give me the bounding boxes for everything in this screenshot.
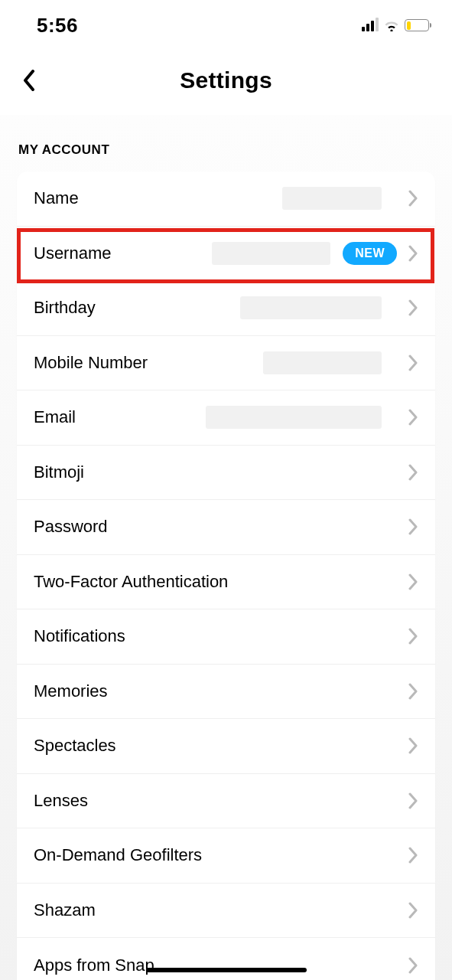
page-title: Settings: [180, 67, 272, 93]
row-name[interactable]: Name: [17, 172, 435, 227]
row-label: On-Demand Geofilters: [34, 845, 202, 865]
row-value-redacted: [263, 351, 382, 374]
row-label: Shazam: [34, 900, 96, 920]
chevron-right-icon: [405, 683, 421, 700]
chevron-left-icon: [22, 70, 36, 91]
status-bar: 5:56: [0, 0, 452, 46]
row-username[interactable]: Username NEW: [17, 227, 435, 282]
row-label: Username: [34, 243, 111, 263]
chevron-right-icon: [405, 737, 421, 754]
row-two-factor-auth[interactable]: Two-Factor Authentication: [17, 555, 435, 610]
row-email[interactable]: Email: [17, 390, 435, 446]
chevron-right-icon: [405, 957, 421, 974]
row-spectacles[interactable]: Spectacles: [17, 719, 435, 774]
battery-icon: [405, 19, 429, 31]
row-shazam[interactable]: Shazam: [17, 884, 435, 939]
row-apps-from-snap[interactable]: Apps from Snap: [17, 938, 435, 980]
row-value-redacted: [240, 296, 382, 319]
row-label: Two-Factor Authentication: [34, 572, 228, 592]
section-label-my-account: MY ACCOUNT: [0, 115, 452, 172]
new-badge: NEW: [343, 242, 397, 265]
chevron-right-icon: [405, 245, 421, 262]
status-time: 5:56: [37, 14, 78, 38]
row-label: Memories: [34, 681, 108, 701]
chevron-right-icon: [405, 409, 421, 426]
row-password[interactable]: Password: [17, 500, 435, 555]
settings-content: MY ACCOUNT Name Username NEW Birthday: [0, 115, 452, 980]
chevron-right-icon: [405, 902, 421, 919]
row-value-redacted: [212, 242, 330, 265]
row-bitmoji[interactable]: Bitmoji: [17, 446, 435, 501]
chevron-right-icon: [405, 573, 421, 590]
chevron-right-icon: [405, 464, 421, 481]
row-value-redacted: [282, 187, 382, 210]
row-label: Spectacles: [34, 736, 116, 756]
row-label: Apps from Snap: [34, 956, 154, 975]
row-label: Email: [34, 407, 76, 427]
row-memories[interactable]: Memories: [17, 665, 435, 720]
row-lenses[interactable]: Lenses: [17, 774, 435, 829]
row-label: Mobile Number: [34, 353, 148, 373]
row-mobile-number[interactable]: Mobile Number: [17, 336, 435, 391]
row-geofilters[interactable]: On-Demand Geofilters: [17, 828, 435, 884]
row-value-redacted: [206, 406, 382, 429]
row-label: Password: [34, 517, 108, 537]
my-account-card: Name Username NEW Birthday: [17, 172, 435, 980]
home-indicator: [146, 968, 307, 972]
back-button[interactable]: [14, 65, 44, 96]
row-birthday[interactable]: Birthday: [17, 281, 435, 336]
chevron-right-icon: [405, 628, 421, 645]
chevron-right-icon: [405, 190, 421, 207]
row-label: Birthday: [34, 298, 96, 318]
chevron-right-icon: [405, 299, 421, 316]
status-icons: [362, 19, 429, 31]
chevron-right-icon: [405, 354, 421, 371]
chevron-right-icon: [405, 847, 421, 864]
header: Settings: [0, 46, 452, 115]
row-label: Lenses: [34, 791, 88, 811]
cellular-signal-icon: [362, 19, 379, 31]
row-label: Bitmoji: [34, 462, 84, 482]
row-notifications[interactable]: Notifications: [17, 609, 435, 665]
row-label: Notifications: [34, 626, 125, 646]
row-label: Name: [34, 188, 79, 208]
wifi-icon: [383, 19, 400, 31]
chevron-right-icon: [405, 518, 421, 535]
chevron-right-icon: [405, 792, 421, 809]
